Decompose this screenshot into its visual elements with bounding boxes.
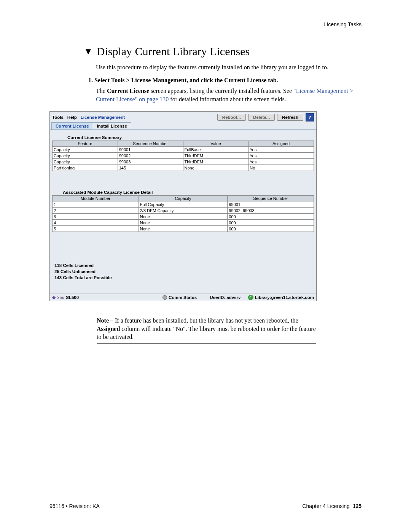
tab-install-license[interactable]: Install License bbox=[93, 122, 131, 129]
table-row: Partitioning145NoneNo bbox=[53, 165, 314, 171]
note-block: Note – If a feature has been installed, … bbox=[97, 312, 316, 346]
table-row: Capacity99001FullBaseYes bbox=[53, 147, 314, 153]
triangle-down-icon: ▼ bbox=[84, 46, 93, 57]
tab-row: Current License Install License bbox=[50, 122, 316, 130]
page: Licensing Tasks ▼Display Current Library… bbox=[0, 0, 411, 532]
tab-current-license[interactable]: Current License bbox=[51, 122, 93, 129]
model-label: ◆Sun SL500 bbox=[52, 295, 79, 300]
sun-logo-icon: ◆ bbox=[52, 295, 56, 300]
section-header: Licensing Tasks bbox=[324, 21, 362, 27]
menu-bar: Tools Help License Management Reboot... … bbox=[50, 112, 316, 122]
cells-unlicensed: 25 Cells Unlicensed bbox=[54, 268, 314, 275]
footer-right: Chapter 4 Licensing 125 bbox=[302, 503, 362, 509]
col-capacity: Capacity bbox=[139, 196, 228, 201]
delete-button[interactable]: Delete... bbox=[248, 114, 275, 121]
refresh-button[interactable]: Refresh bbox=[277, 114, 303, 121]
table-row: Capacity99003ThirdDEMYes bbox=[53, 159, 314, 165]
page-footer: 96116 • Revision: KA Chapter 4 Licensing… bbox=[49, 503, 362, 509]
status-dot-icon bbox=[162, 295, 167, 300]
help-icon[interactable]: ? bbox=[306, 113, 314, 121]
detail-table: Module Number Capacity Sequence Number 1… bbox=[52, 195, 314, 232]
status-bar: ◆Sun SL500 Comm Status UserID: advsrv Li… bbox=[50, 294, 316, 301]
step-1: 1. Select Tools > License Management, an… bbox=[88, 77, 362, 84]
cells-summary: 118 Cells Licensed 25 Cells Unlicensed 1… bbox=[52, 232, 314, 292]
table-row: 4None000 bbox=[53, 220, 314, 226]
note-text: Note – If a feature has been installed, … bbox=[97, 316, 316, 341]
intro-text: Use this procedure to display the featur… bbox=[96, 63, 362, 72]
comm-status: Comm Status bbox=[162, 295, 197, 300]
page-title: ▼Display Current Library Licenses bbox=[84, 45, 362, 58]
cells-licensed: 118 Cells Licensed bbox=[54, 262, 314, 268]
menu-help[interactable]: Help bbox=[67, 115, 77, 120]
menu-license-management[interactable]: License Management bbox=[81, 115, 125, 120]
status-ok-icon bbox=[248, 295, 253, 300]
col-assigned: Assigned bbox=[249, 141, 314, 147]
content-block: ▼Display Current Library Licenses Use th… bbox=[84, 45, 362, 104]
step-description: The Current License screen appears, list… bbox=[96, 87, 362, 104]
table-row: 5None000 bbox=[53, 226, 314, 232]
app-screenshot: Tools Help License Management Reboot... … bbox=[49, 111, 317, 301]
footer-left: 96116 • Revision: KA bbox=[49, 503, 100, 509]
col-value: Value bbox=[183, 141, 249, 147]
col-seq: Sequence Number bbox=[228, 196, 314, 201]
col-seq: Sequence Number bbox=[118, 141, 183, 147]
hr bbox=[97, 314, 316, 314]
menu-tools[interactable]: Tools bbox=[52, 115, 64, 120]
summary-table: Feature Sequence Number Value Assigned C… bbox=[52, 141, 314, 171]
cells-total: 143 Cells Total are Possible bbox=[54, 275, 314, 281]
detail-title: Associated Module Capacity License Detai… bbox=[52, 189, 314, 195]
user-id: UserID: advsrv bbox=[210, 295, 241, 300]
library-status: Library:green11.stortek.com bbox=[248, 295, 314, 300]
table-row: Feature Sequence Number Value Assigned bbox=[53, 141, 314, 147]
col-feature: Feature bbox=[53, 141, 118, 147]
screenshot-body: Current License Summary Feature Sequence… bbox=[50, 130, 316, 294]
reboot-button[interactable]: Reboot... bbox=[217, 114, 246, 121]
table-row: 22/3 DEM Capacity99002, 99003 bbox=[53, 208, 314, 214]
col-module: Module Number bbox=[53, 196, 139, 201]
summary-title: Current License Summary bbox=[52, 134, 314, 141]
hr bbox=[97, 343, 316, 344]
title-text: Display Current Library Licenses bbox=[97, 45, 250, 58]
table-row: 3None000 bbox=[53, 214, 314, 220]
table-row: Module Number Capacity Sequence Number bbox=[53, 196, 314, 201]
table-row: Capacity99002ThirdDEMYes bbox=[53, 153, 314, 159]
table-row: 1Full Capacity99001 bbox=[53, 201, 314, 208]
